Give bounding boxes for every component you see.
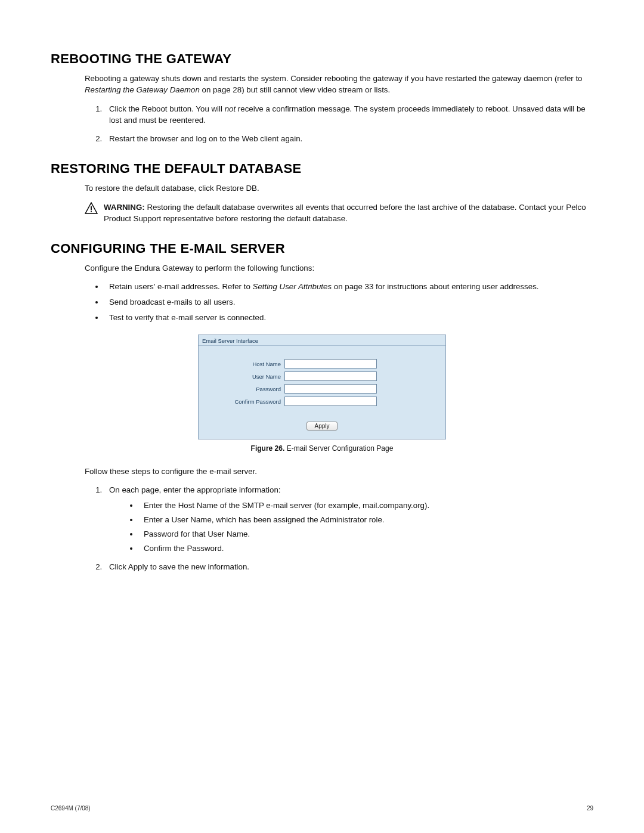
email-b1: Retain users' e-mail addresses. Refer to… <box>104 281 593 293</box>
warning-text: WARNING: Restoring the default database … <box>104 202 593 225</box>
warning-icon <box>85 202 98 214</box>
s1b4: Confirm the Password. <box>139 543 593 555</box>
password-input[interactable] <box>284 384 377 394</box>
row-confirm: Confirm Password <box>210 397 434 406</box>
email-intro: Configure the Endura Gateway to perform … <box>85 262 593 274</box>
reboot-step-1: Click the Reboot button. You will not re… <box>104 103 593 126</box>
hostname-input[interactable] <box>284 359 377 368</box>
row-password: Password <box>210 384 434 394</box>
username-input[interactable] <box>284 371 377 381</box>
row-username: User Name <box>210 371 434 381</box>
footer-right: 29 <box>587 805 593 812</box>
warning-block: WARNING: Restoring the default database … <box>85 202 593 225</box>
svg-rect-0 <box>91 206 92 209</box>
confirm-label: Confirm Password <box>210 398 282 405</box>
reboot-step1-a: Click the Reboot button. You will <box>109 104 225 113</box>
footer-left: C2694M (7/08) <box>51 805 91 812</box>
reboot-intro-a: Rebooting a gateway shuts down and resta… <box>85 74 582 83</box>
s1b1: Enter the Host Name of the SMTP e-mail s… <box>139 500 593 512</box>
warning-label: WARNING: <box>104 203 145 212</box>
username-label: User Name <box>210 373 282 380</box>
confirm-input[interactable] <box>284 397 377 406</box>
email-server-panel: Email Server Interface Host Name User Na… <box>198 335 446 439</box>
reboot-steps: Click the Reboot button. You will not re… <box>104 103 593 145</box>
reboot-intro-b: on page 28) but still cannot view video … <box>200 85 390 94</box>
svg-rect-1 <box>91 210 92 212</box>
config-step1-bullets: Enter the Host Name of the SMTP e-mail s… <box>139 500 593 555</box>
email-form: Host Name User Name Password Confirm Pas… <box>199 346 445 439</box>
email-b3: Test to verify that e-mail server is con… <box>104 312 593 324</box>
s1b2: Enter a User Name, which has been assign… <box>139 514 593 526</box>
email-b2: Send broadcast e-mails to all users. <box>104 296 593 308</box>
follow-intro: Follow these steps to configure the e-ma… <box>85 466 593 477</box>
restore-intro: To restore the default database, click R… <box>85 182 593 194</box>
heading-rebooting: REBOOTING THE GATEWAY <box>51 51 593 67</box>
email-b1-b: on page 33 for instructions about enteri… <box>332 282 538 291</box>
heading-email: CONFIGURING THE E-MAIL SERVER <box>51 241 593 256</box>
reboot-step-2: Restart the browser and log on to the We… <box>104 133 593 144</box>
figure-label: Figure 26. <box>251 444 285 453</box>
heading-restoring: RESTORING THE DEFAULT DATABASE <box>51 161 593 176</box>
email-panel-title: Email Server Interface <box>199 335 445 346</box>
figure-text: E-mail Server Configuration Page <box>284 444 393 453</box>
reboot-step1-not: not <box>225 104 236 113</box>
reboot-intro-ref: Restarting the Gateway Daemon <box>85 85 200 94</box>
password-label: Password <box>210 386 282 392</box>
apply-button[interactable]: Apply <box>306 422 337 431</box>
s1b3: Password for that User Name. <box>139 528 593 540</box>
reboot-intro: Rebooting a gateway shuts down and resta… <box>85 73 593 96</box>
warning-body: Restoring the default database overwrite… <box>104 203 586 223</box>
config-steps: On each page, enter the appropriate info… <box>104 484 593 572</box>
config-step1-text: On each page, enter the appropriate info… <box>109 485 281 494</box>
email-b1-a: Retain users' e-mail addresses. Refer to <box>109 282 253 291</box>
config-step-2: Click Apply to save the new information. <box>104 561 593 572</box>
figure-caption: Figure 26. E-mail Server Configuration P… <box>51 444 593 453</box>
page-footer: C2694M (7/08) 29 <box>51 805 593 812</box>
config-step-1: On each page, enter the appropriate info… <box>104 484 593 554</box>
hostname-label: Host Name <box>210 361 282 367</box>
email-b1-ref: Setting User Attributes <box>253 282 332 291</box>
email-bullets: Retain users' e-mail addresses. Refer to… <box>104 281 593 324</box>
apply-row: Apply <box>210 409 434 436</box>
row-hostname: Host Name <box>210 359 434 368</box>
